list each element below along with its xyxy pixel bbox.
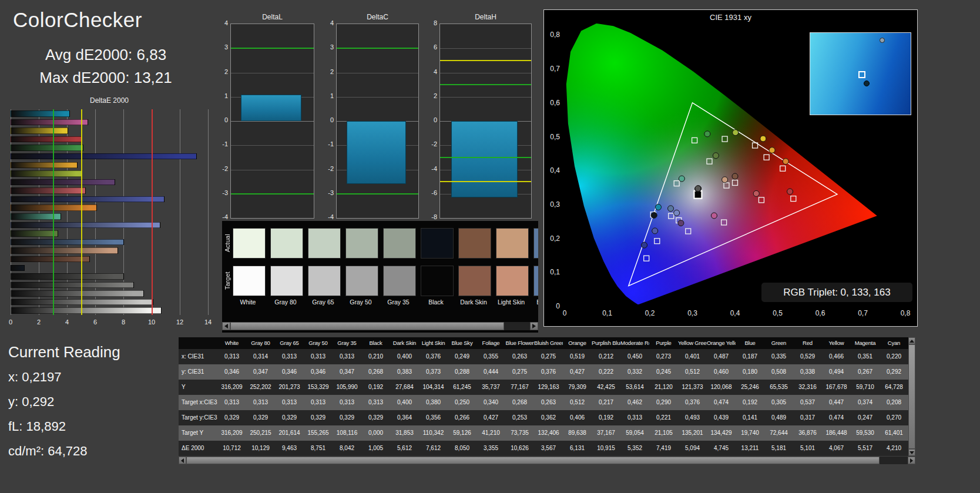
table-hscroll-thumb[interactable] <box>186 457 880 464</box>
scroll-left-button[interactable] <box>222 322 230 330</box>
table-cell: 0,493 <box>678 410 707 425</box>
actual-swatch-light-skin <box>496 228 529 259</box>
axis-tick-label: 1 <box>215 92 228 99</box>
bar-magenta <box>11 119 88 126</box>
column-header-white: White <box>217 337 246 349</box>
measured-point-orange-yellow <box>769 147 775 153</box>
table-horizontal-scrollbar[interactable] <box>179 457 915 464</box>
table-cell: 0,332 <box>620 364 649 380</box>
current-reading: Current Reading x: 0,2197 y: 0,292 fL: 1… <box>8 343 120 468</box>
right-arrow-icon <box>532 324 536 328</box>
reference-line <box>53 109 54 315</box>
table-cell: 7,612 <box>419 441 448 456</box>
delta-h-chart: DeltaH 86420-2-4-6-8 <box>424 13 537 232</box>
table-cell: 167,678 <box>822 380 851 395</box>
table-cell: 0,253 <box>505 410 534 425</box>
swatch-name: Blue Sky <box>531 299 538 306</box>
table-cell: 0,313 <box>217 395 246 410</box>
axis-tick-label: 2 <box>321 68 334 75</box>
table-cell: 0,487 <box>707 349 736 364</box>
table-cell: 0,494 <box>822 364 851 380</box>
table-cell: 5,352 <box>620 441 649 456</box>
table-cell: 0,329 <box>275 410 304 425</box>
current-cdm2-readout: cd/m²: 64,728 <box>8 444 120 459</box>
table-vertical-scrollbar[interactable] <box>908 337 915 456</box>
table-cell: 153,329 <box>304 380 333 395</box>
axis-tick-label: 4 <box>424 68 437 75</box>
axis-tick-label: 8 <box>115 318 132 326</box>
actual-row-label: Actual <box>223 228 231 259</box>
target-swatch-light-skin <box>496 266 529 296</box>
deltac-bar <box>347 121 406 184</box>
swatch-scroll-thumb[interactable] <box>230 322 504 330</box>
bar-purple <box>11 179 115 186</box>
column-header-moderate-red: Moderate Red <box>620 337 649 349</box>
table-cell: 0,346 <box>275 364 304 380</box>
table-cell: 129,163 <box>534 380 563 395</box>
reference-line <box>81 109 82 315</box>
table-cell: 10,915 <box>592 441 620 456</box>
column-header-gray-80: Gray 80 <box>246 337 275 349</box>
actual-swatch-black <box>421 228 454 259</box>
target-row-label: Target <box>223 266 231 296</box>
row-label: Target x:CIE31 <box>179 395 217 410</box>
y-tick-label: 0,7 <box>550 65 560 73</box>
bar-light-skin <box>11 247 118 254</box>
x-tick-label: 0,6 <box>815 309 825 317</box>
table-scroll-right-button[interactable] <box>908 457 915 464</box>
scroll-down-button[interactable] <box>908 449 915 456</box>
actual-swatch-gray-50 <box>345 228 378 259</box>
table-cell: 0,376 <box>678 395 707 410</box>
table-cell: 155,265 <box>304 425 333 441</box>
x-tick-label: 0,7 <box>858 309 868 317</box>
axis-tick-label: 0 <box>2 318 19 326</box>
axis-tick-label: -4 <box>424 165 437 172</box>
column-header-blue-flower: Blue Flower <box>505 337 534 349</box>
bar-white <box>11 307 162 314</box>
scroll-up-button[interactable] <box>908 337 915 344</box>
swatch-name: Gray 65 <box>306 299 341 306</box>
column-header-cyan: Cyan <box>880 337 908 349</box>
delta-l-title: DeltaL <box>230 13 314 21</box>
axis-tick-label: -4 <box>321 213 334 220</box>
table-cell: 121,373 <box>678 380 707 395</box>
grid-line <box>440 73 531 73</box>
table-cell: 0,268 <box>505 395 534 410</box>
table-cell: 0,273 <box>649 349 678 364</box>
column-header-foliage: Foliage <box>476 337 505 349</box>
swatch-name: Dark Skin <box>456 299 491 306</box>
table-cell: 1,005 <box>361 441 390 456</box>
table-cell: 0,347 <box>246 364 275 380</box>
target-swatch-gray-35 <box>383 266 416 296</box>
table-cell: 5,101 <box>793 441 822 456</box>
table-cell: 32,316 <box>793 380 822 395</box>
y-tick-label: 0,4 <box>550 166 560 175</box>
bar-foliage <box>11 230 58 237</box>
table-cell: 59,126 <box>448 425 476 441</box>
table-corner-cell <box>179 337 217 349</box>
x-tick-label: 0 <box>563 309 567 317</box>
table-row-y: Y316,209252,202201,273153,329105,9900,19… <box>179 380 908 395</box>
delta-l-plot <box>230 24 314 219</box>
table-cell: 134,429 <box>707 425 736 441</box>
left-arrow-icon <box>181 458 184 463</box>
table-cell: 0,313 <box>361 395 390 410</box>
table-cell: 36,876 <box>793 425 822 441</box>
swatch-scrollbar[interactable] <box>222 322 538 330</box>
table-cell: 0,439 <box>707 410 736 425</box>
column-header-gray-65: Gray 65 <box>275 337 304 349</box>
reference-line <box>152 109 153 315</box>
table-cell: 0,512 <box>563 395 592 410</box>
avg-de2000-readout: Avg dE2000: 6,83 <box>0 46 212 64</box>
table-scroll-left-button[interactable] <box>179 457 186 464</box>
column-header-orange-yellow: Orange Yellow <box>707 337 736 349</box>
reference-line <box>440 60 531 61</box>
table-cell: 0,444 <box>476 364 505 380</box>
y-tick-label: 0,3 <box>550 200 560 209</box>
table-cell: 0,351 <box>851 349 880 364</box>
bar-blue <box>11 153 197 160</box>
table-vscroll-thumb[interactable] <box>908 344 915 449</box>
scroll-right-button[interactable] <box>530 322 538 330</box>
swatch-name: Gray 50 <box>343 299 378 306</box>
reference-line <box>440 181 531 182</box>
